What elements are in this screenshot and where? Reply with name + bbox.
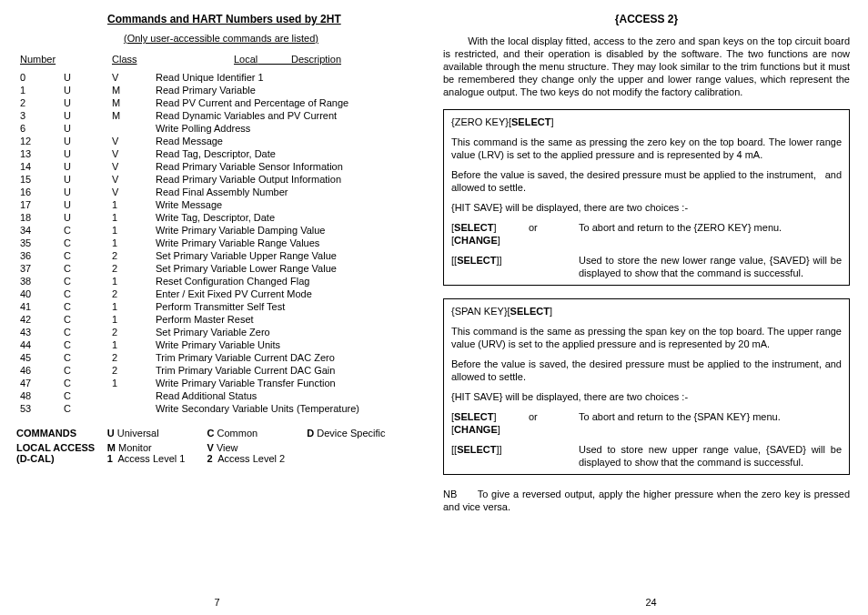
table-row: 48CRead Additional Status (16, 389, 407, 402)
table-row: 2UMRead PV Current and Percentage of Ran… (16, 96, 407, 109)
table-row: 6UWrite Polling Address (16, 122, 407, 135)
span-key-box: {SPAN KEY}[SELECT] This command is the s… (443, 298, 850, 475)
table-row: 53CWrite Secondary Variable Units (Tempe… (16, 402, 407, 415)
zero-key-box: {ZERO KEY}[SELECT] This command is the s… (443, 109, 850, 286)
table-row: 45C2Trim Primary Variable Current DAC Ze… (16, 351, 407, 364)
table-row: 0UVRead Unique Identifier 1 (16, 71, 407, 84)
table-header: Number Class Local Description (16, 53, 407, 71)
nb-note: NB To give a reversed output, apply the … (443, 488, 850, 513)
left-title: Commands and HART Numbers used by 2HT (107, 13, 407, 25)
hdr-local: Local (234, 54, 257, 65)
span-key-heading: {SPAN KEY}[SELECT] (451, 305, 842, 318)
table-row: 14UVRead Primary Variable Sensor Informa… (16, 160, 407, 173)
zero-key-p3: {HIT SAVE} will be displayed, there are … (451, 201, 842, 214)
table-row: 12UVRead Message (16, 135, 407, 147)
span-option-1: [SELECT] [CHANGE] or To abort and return… (451, 410, 842, 436)
right-page: {ACCESS 2} With the local display fitted… (434, 0, 868, 615)
table-row: 41C1Perform Transmitter Self Test (16, 300, 407, 313)
span-key-p2: Before the value is saved, the desired p… (451, 358, 842, 383)
legend-local-label: LOCAL ACCESS (16, 442, 95, 453)
hdr-number: Number (16, 53, 60, 71)
commands-table: Number Class Local Description 0UVRead U… (16, 53, 407, 415)
table-row: 18U1Write Tag, Descriptor, Date (16, 211, 407, 224)
table-row: 34C1Write Primary Variable Damping Value (16, 224, 407, 237)
table-row: 44C1Write Primary Variable Units (16, 338, 407, 351)
right-intro: With the local display fitted, access to… (443, 35, 850, 98)
table-row: 17U1Write Message (16, 198, 407, 211)
left-page-number: 7 (0, 597, 434, 608)
zero-option-1: [SELECT] [CHANGE] or To abort and return… (451, 221, 842, 247)
table-row: 1UMRead Primary Variable (16, 84, 407, 96)
table-row: 38C1Reset Configuration Changed Flag (16, 275, 407, 287)
left-subtitle: (Only user-accessible commands are liste… (124, 33, 407, 44)
zero-option-2: [[SELECT]] Used to store the new lower r… (451, 254, 842, 279)
right-title: {ACCESS 2} (443, 13, 850, 25)
table-row: 46C2Trim Primary Variable Current DAC Ga… (16, 364, 407, 377)
legend: COMMANDS U Universal C Common D Device S… (16, 428, 407, 464)
table-row: 43C2Set Primary Variable Zero (16, 326, 407, 338)
table-row: 47C1Write Primary Variable Transfer Func… (16, 377, 407, 389)
span-option-2: [[SELECT]] Used to store new upper range… (451, 443, 842, 469)
right-page-number: 24 (434, 597, 868, 608)
table-row: 15UVRead Primary Variable Output Informa… (16, 173, 407, 186)
table-row: 35C1Write Primary Variable Range Values (16, 237, 407, 249)
table-row: 36C2Set Primary Variable Upper Range Val… (16, 249, 407, 262)
legend-commands-label: COMMANDS (16, 428, 107, 439)
table-row: 42C1Perform Master Reset (16, 313, 407, 326)
span-key-p3: {HIT SAVE} will be displayed, there are … (451, 390, 842, 403)
table-row: 13UVRead Tag, Descriptor, Date (16, 147, 407, 160)
table-row: 16UVRead Final Assembly Number (16, 186, 407, 198)
zero-key-heading: {ZERO KEY}[SELECT] (451, 116, 842, 128)
table-row: 3UMRead Dynamic Variables and PV Current (16, 109, 407, 122)
legend-local-label2: (D-CAL) (16, 453, 55, 464)
zero-key-p2: Before the value is saved, the desired p… (451, 168, 842, 194)
zero-key-p1: This command is the same as pressing the… (451, 136, 842, 161)
table-row: 40C2Enter / Exit Fixed PV Current Mode (16, 287, 407, 300)
hdr-description: Description (291, 54, 341, 65)
left-page: Commands and HART Numbers used by 2HT (O… (0, 0, 434, 615)
hdr-class: Class (108, 53, 152, 71)
span-key-p1: This command is the same as pressing the… (451, 325, 842, 350)
table-row: 37C2Set Primary Variable Lower Range Val… (16, 262, 407, 275)
